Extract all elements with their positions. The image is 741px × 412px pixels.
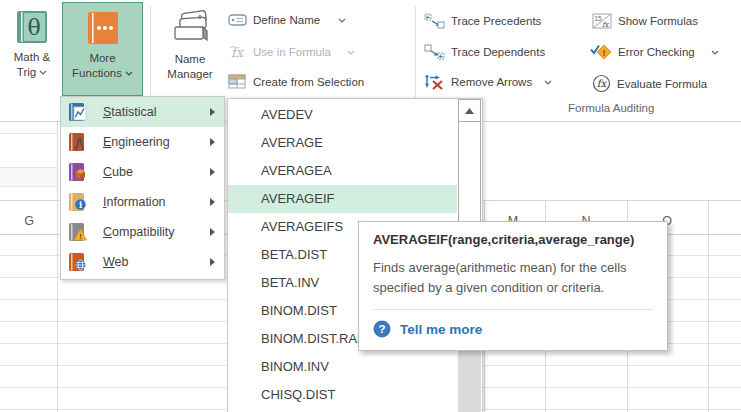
svg-text:!: ! <box>603 48 606 58</box>
menu-item-label: Web <box>103 255 128 269</box>
submenu-arrow-icon <box>210 168 215 176</box>
show-formulas-label: Show Formulas <box>618 15 698 27</box>
create-from-selection-label: Create from Selection <box>253 76 364 88</box>
svg-text:θ: θ <box>27 15 40 40</box>
error-checking-icon: ! <box>590 44 612 60</box>
svg-text:?: ? <box>378 323 385 335</box>
name-box-strip <box>0 167 57 187</box>
math-trig-book-icon: θ <box>16 10 48 44</box>
averageif-tooltip: AVERAGEIF(range,criteria,average_range) … <box>358 221 668 351</box>
function-item-binom-inv[interactable]: BINOM.INV <box>228 353 457 381</box>
excel-formulas-ribbon-screenshot: G M N O θ Math & Trig <box>0 0 741 412</box>
submenu-arrow-icon <box>210 138 215 146</box>
menu-item-compatibility[interactable]: ! Compatibility <box>61 217 224 247</box>
tooltip-description: Finds average(arithmetic mean) for the c… <box>373 258 649 298</box>
error-checking-label: Error Checking <box>618 46 695 58</box>
chevron-down-icon <box>544 80 552 85</box>
define-name-label: Define Name <box>253 14 320 26</box>
name-manager-label-line1: Name <box>175 52 206 67</box>
math-trig-button[interactable]: θ Math & Trig <box>4 2 60 94</box>
scroll-up-arrow-icon <box>465 108 474 114</box>
chevron-down-icon <box>711 50 719 55</box>
help-question-icon: ? <box>373 320 391 338</box>
formula-auditing-group-label: Formula Auditing <box>568 102 654 114</box>
submenu-arrow-icon <box>210 228 215 236</box>
remove-arrows-label: Remove Arrows <box>451 76 532 88</box>
more-functions-button[interactable]: More Functions <box>62 2 143 96</box>
more-functions-menu: Statistical Engineering Cube <box>60 96 225 280</box>
use-in-formula-label: Use in Formula <box>253 46 331 58</box>
use-in-formula-icon: fx <box>228 44 247 60</box>
menu-item-label: Engineering <box>103 135 170 149</box>
engineering-book-icon <box>68 132 88 152</box>
function-item-chisq-dist[interactable]: CHISQ.DIST <box>228 381 457 409</box>
use-in-formula-button: fx Use in Formula <box>228 44 355 60</box>
trace-precedents-button[interactable]: + Trace Precedents <box>424 13 541 29</box>
chevron-down-icon <box>347 50 355 55</box>
formula-bar-line <box>0 133 57 134</box>
show-formulas-icon: 15 fx <box>592 13 612 29</box>
evaluate-formula-button[interactable]: fx Evaluate Formula <box>592 74 707 93</box>
web-book-icon <box>68 252 88 272</box>
svg-text:!: ! <box>79 232 82 241</box>
menu-item-label: Cube <box>103 165 133 179</box>
error-checking-button[interactable]: ! Error Checking <box>590 44 719 60</box>
column-header-g[interactable]: G <box>14 209 44 233</box>
trace-dependents-label: Trace Dependents <box>451 46 545 58</box>
information-book-icon: i <box>68 192 88 212</box>
cube-book-icon <box>68 162 88 182</box>
function-item-avedev[interactable]: AVEDEV <box>228 101 457 129</box>
define-name-button[interactable]: Define Name <box>228 13 346 27</box>
evaluate-formula-icon: fx <box>592 74 611 93</box>
show-formulas-button[interactable]: 15 fx Show Formulas <box>592 13 698 29</box>
svg-text:15: 15 <box>595 15 603 22</box>
compatibility-book-icon: ! <box>68 222 88 242</box>
trace-dependents-icon: + <box>424 44 445 60</box>
remove-arrows-icon <box>424 74 445 90</box>
function-item-averageif[interactable]: AVERAGEIF <box>228 185 457 213</box>
create-from-selection-icon <box>228 74 247 89</box>
chevron-down-icon <box>125 71 133 76</box>
tooltip-title: AVERAGEIF(range,criteria,average_range) <box>373 232 653 247</box>
trace-precedents-icon: + <box>424 13 445 29</box>
submenu-arrow-icon <box>210 198 215 206</box>
more-functions-label-line1: More <box>89 51 115 66</box>
statistical-book-icon <box>68 102 88 122</box>
submenu-arrow-icon <box>210 258 215 266</box>
svg-text:fx: fx <box>602 21 610 29</box>
submenu-arrow-icon <box>210 108 215 116</box>
evaluate-formula-label: Evaluate Formula <box>617 78 707 90</box>
math-trig-label-line2: Trig <box>17 65 36 80</box>
group-separator <box>415 6 416 112</box>
menu-item-label: Information <box>103 195 166 209</box>
function-item-average[interactable]: AVERAGE <box>228 129 457 157</box>
scrollbar-up-button[interactable] <box>458 99 481 122</box>
tell-me-more-link[interactable]: ? Tell me more <box>373 320 653 338</box>
math-trig-label-line1: Math & <box>14 50 50 65</box>
svg-text:+: + <box>439 53 443 60</box>
menu-item-cube[interactable]: Cube <box>61 157 224 187</box>
more-functions-label-line2: Functions <box>72 66 122 81</box>
svg-text:fx: fx <box>597 78 608 89</box>
svg-text:fx: fx <box>231 45 245 60</box>
more-functions-book-icon <box>87 11 119 45</box>
name-manager-icon <box>169 10 211 46</box>
gridline-col-g <box>57 122 58 412</box>
chevron-down-icon <box>39 70 47 75</box>
create-from-selection-button[interactable]: Create from Selection <box>228 74 364 89</box>
tell-me-more-label: Tell me more <box>400 322 482 337</box>
remove-arrows-button[interactable]: Remove Arrows <box>424 74 552 90</box>
svg-text:+: + <box>426 14 430 21</box>
name-manager-button[interactable]: Name Manager <box>152 2 228 94</box>
chevron-down-icon <box>338 18 346 23</box>
menu-item-label: Statistical <box>103 105 157 119</box>
menu-item-engineering[interactable]: Engineering <box>61 127 224 157</box>
menu-item-label: Compatibility <box>103 225 175 239</box>
menu-item-web[interactable]: Web <box>61 247 224 277</box>
trace-dependents-button[interactable]: + Trace Dependents <box>424 44 545 60</box>
trace-precedents-label: Trace Precedents <box>451 15 541 27</box>
menu-item-statistical[interactable]: Statistical <box>61 97 224 127</box>
menu-item-information[interactable]: i Information <box>61 187 224 217</box>
function-item-averagea[interactable]: AVERAGEA <box>228 157 457 185</box>
define-name-tag-icon <box>228 13 247 27</box>
